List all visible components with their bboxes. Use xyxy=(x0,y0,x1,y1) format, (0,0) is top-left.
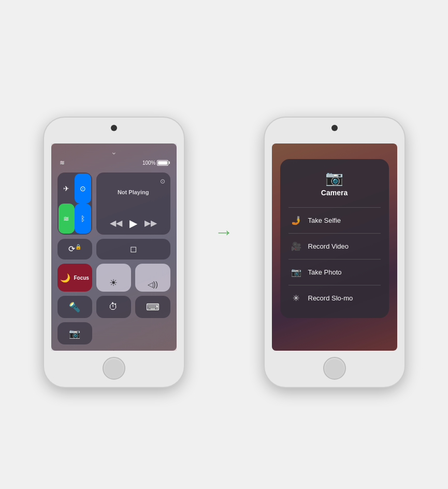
front-camera xyxy=(111,125,117,131)
screen-mirror-icon: ◻ xyxy=(130,244,137,254)
home-button-left[interactable] xyxy=(103,357,125,380)
network-tile: ✈ ⊙ ≋ ᛒ xyxy=(57,172,92,235)
chevron-icon: ⌄ xyxy=(111,148,117,156)
wifi-status-icon: ≋ xyxy=(60,159,65,166)
play-button[interactable]: ▶ xyxy=(129,217,137,229)
airplane-icon: ✈ xyxy=(63,184,69,193)
take-selfie-label: Take Selfie xyxy=(308,217,341,224)
camera-popup-icon: 📷 xyxy=(325,169,343,186)
wifi-button[interactable]: ≋ xyxy=(59,204,75,234)
battery-percent: 100% xyxy=(142,160,156,166)
divider-4 xyxy=(288,285,381,285)
screen-right: 📷 Camera 🤳 Take Selfie 🎥 Record Video xyxy=(272,143,397,351)
scene: ⌄ ≋ 100% xyxy=(44,102,404,387)
device-left: ⌄ ≋ 100% xyxy=(44,118,184,387)
callout-line xyxy=(113,350,114,351)
slomo-icon: ✳ xyxy=(291,293,302,303)
camera-icon: 📷 xyxy=(69,328,80,339)
screen-mirror-button[interactable]: ◻ xyxy=(96,239,170,260)
callout: Коснитесь и удерживайте, чтобы перейти к… xyxy=(69,350,157,351)
brightness-button[interactable]: ☀ xyxy=(96,264,131,292)
airplay-button[interactable]: ⊙ xyxy=(160,178,165,185)
calculator-icon: ⌨ xyxy=(146,301,160,313)
focus-label: Focus xyxy=(74,275,89,281)
cellular-button[interactable]: ⊙ xyxy=(75,174,91,204)
divider-2 xyxy=(288,233,381,234)
camera-quick-button[interactable]: 📷 Коснитесь и удерживайте, чтобы перейти… xyxy=(57,322,92,344)
status-bar: ≋ 100% xyxy=(57,159,170,166)
bluetooth-icon: ᛒ xyxy=(81,214,85,223)
airplane-mode-button[interactable]: ✈ xyxy=(59,174,75,204)
screen-left: ⌄ ≋ 100% xyxy=(51,143,177,351)
record-slomo-item[interactable]: ✳ Record Slo-mo xyxy=(288,289,381,308)
brightness-icon: ☀ xyxy=(109,277,118,289)
rewind-button[interactable]: ◀◀ xyxy=(110,218,122,228)
volume-icon: ◁)) xyxy=(148,280,158,289)
home-button-right[interactable] xyxy=(323,357,346,380)
take-photo-icon: 📷 xyxy=(291,267,302,277)
front-camera-right xyxy=(331,125,338,131)
battery-status: 100% xyxy=(142,160,168,166)
record-slomo-label: Record Slo-mo xyxy=(308,294,353,302)
wifi-icon: ≋ xyxy=(63,214,69,223)
timer-button[interactable]: ⏱ xyxy=(96,296,131,318)
take-photo-item[interactable]: 📷 Take Photo xyxy=(288,263,381,282)
record-video-label: Record Video xyxy=(308,242,349,250)
transition-arrow: → xyxy=(215,221,234,243)
device-right: 📷 Camera 🤳 Take Selfie 🎥 Record Video xyxy=(265,118,404,387)
focus-button[interactable]: 🌙 Focus xyxy=(57,264,92,292)
moon-icon: 🌙 xyxy=(60,273,70,283)
take-photo-label: Take Photo xyxy=(308,268,342,276)
control-center-grid: ✈ ⊙ ≋ ᛒ xyxy=(57,172,170,344)
camera-context-menu: 📷 Camera 🤳 Take Selfie 🎥 Record Video xyxy=(280,159,389,318)
media-tile: ⊙ Not Playing ◀◀ ▶ ▶▶ xyxy=(96,172,170,235)
record-video-item[interactable]: 🎥 Record Video xyxy=(288,237,381,256)
media-controls: ◀◀ ▶ ▶▶ xyxy=(102,217,165,229)
battery-icon xyxy=(157,160,168,166)
media-title: Not Playing xyxy=(102,189,165,217)
camera-popup-title: Camera xyxy=(321,189,348,197)
record-video-icon: 🎥 xyxy=(291,241,302,251)
flashlight-icon: 🔦 xyxy=(69,301,80,313)
orientation-lock-button[interactable]: ⟳🔒 xyxy=(57,239,92,260)
divider-3 xyxy=(288,259,381,260)
orientation-lock-icon: ⟳🔒 xyxy=(68,244,81,254)
calculator-button[interactable]: ⌨ xyxy=(135,296,170,318)
bluetooth-button[interactable]: ᛒ xyxy=(75,204,91,234)
media-header: ⊙ xyxy=(102,178,165,185)
control-center: ⌄ ≋ 100% xyxy=(51,143,177,351)
timer-icon: ⏱ xyxy=(109,301,118,312)
selfie-icon: 🤳 xyxy=(291,215,302,225)
flashlight-button[interactable]: 🔦 xyxy=(57,296,92,318)
take-selfie-item[interactable]: 🤳 Take Selfie xyxy=(288,211,381,230)
divider-1 xyxy=(288,207,381,208)
volume-button[interactable]: ◁)) xyxy=(135,264,170,292)
fast-forward-button[interactable]: ▶▶ xyxy=(144,218,157,228)
cellular-icon: ⊙ xyxy=(80,184,86,193)
arrow-container: → xyxy=(215,221,234,243)
